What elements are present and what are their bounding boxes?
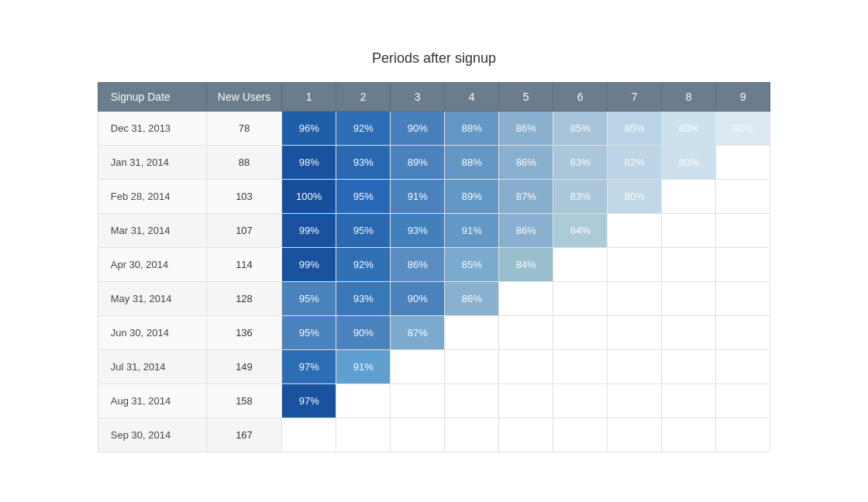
cell-period-8 <box>662 213 716 247</box>
cell-period-5 <box>499 418 553 452</box>
cell-period-6: 83% <box>553 179 608 213</box>
cell-period-9 <box>716 281 770 315</box>
cell-period-5: 87% <box>499 179 553 213</box>
cell-date: Jan 31, 2014 <box>98 145 206 179</box>
cell-period-2 <box>336 383 391 418</box>
cell-period-1: 100% <box>282 179 336 213</box>
cell-period-7 <box>608 281 662 315</box>
cell-date: Mar 31, 2014 <box>98 213 206 247</box>
header-new-users: New Users <box>206 82 281 111</box>
cell-period-7 <box>608 349 662 383</box>
cell-period-9 <box>716 145 770 179</box>
cell-date: May 31, 2014 <box>98 281 206 315</box>
cell-users: 158 <box>206 383 281 418</box>
cell-period-7: 82% <box>608 145 662 179</box>
table-row: Mar 31, 201410799%95%93%91%86%84% <box>98 213 770 247</box>
cell-period-6: 83% <box>553 145 608 179</box>
cell-period-3: 91% <box>391 179 445 213</box>
cell-users: 167 <box>206 418 281 452</box>
cell-period-9 <box>716 179 770 213</box>
cell-period-8 <box>662 349 716 383</box>
table-row: Jul 31, 201414997%91% <box>98 349 770 383</box>
cell-period-2 <box>336 418 391 452</box>
cell-period-2: 93% <box>336 145 391 179</box>
cell-period-5 <box>499 281 553 315</box>
cell-period-5: 86% <box>499 145 553 179</box>
header-period-3: 3 <box>391 82 445 111</box>
cell-period-3: 86% <box>391 247 445 281</box>
header-period-6: 6 <box>553 82 608 111</box>
cell-period-7 <box>608 383 662 418</box>
cell-period-6 <box>553 349 608 383</box>
cell-period-3 <box>391 418 445 452</box>
cell-period-3: 90% <box>391 281 445 315</box>
cell-period-6 <box>553 418 608 452</box>
cell-period-5 <box>499 349 553 383</box>
cell-date: Feb 28, 2014 <box>98 179 206 213</box>
cell-users: 114 <box>206 247 281 281</box>
table-row: Sep 30, 2014167 <box>98 418 770 452</box>
cell-period-9 <box>716 247 770 281</box>
header-signup-date: Signup Date <box>98 82 206 111</box>
cell-date: Jun 30, 2014 <box>98 315 206 349</box>
cell-period-1: 95% <box>282 281 336 315</box>
cell-period-6 <box>553 247 608 281</box>
cell-period-2: 93% <box>336 281 391 315</box>
cell-period-1: 97% <box>282 349 336 383</box>
cell-period-7 <box>608 247 662 281</box>
cell-period-3: 90% <box>391 111 445 145</box>
cell-date: Jul 31, 2014 <box>98 349 206 383</box>
cell-period-1 <box>282 418 336 452</box>
cell-period-4 <box>445 315 499 349</box>
cell-users: 88 <box>206 145 281 179</box>
cell-period-8 <box>662 247 716 281</box>
cell-period-3: 87% <box>391 315 445 349</box>
cell-users: 103 <box>206 179 281 213</box>
cell-period-7: 85% <box>608 111 662 145</box>
cell-date: Sep 30, 2014 <box>98 418 206 452</box>
header-period-2: 2 <box>336 82 391 111</box>
cell-period-1: 98% <box>282 145 336 179</box>
cell-period-1: 97% <box>282 383 336 418</box>
cell-period-9 <box>716 315 770 349</box>
cell-period-3 <box>391 383 445 418</box>
cell-period-8 <box>662 418 716 452</box>
cell-users: 149 <box>206 349 281 383</box>
header-period-8: 8 <box>662 82 716 111</box>
cell-date: Apr 30, 2014 <box>98 247 206 281</box>
cell-period-2: 95% <box>336 179 391 213</box>
cell-date: Aug 31, 2014 <box>98 383 206 418</box>
cell-period-1: 95% <box>282 315 336 349</box>
cell-period-1: 99% <box>282 247 336 281</box>
table-row: Jun 30, 201413695%90%87% <box>98 315 770 349</box>
cell-period-4: 88% <box>445 111 499 145</box>
cell-period-3 <box>391 349 445 383</box>
table-row: May 31, 201412895%93%90%86% <box>98 281 770 315</box>
cell-period-6 <box>553 315 608 349</box>
cell-period-6: 84% <box>553 213 608 247</box>
cell-period-5: 86% <box>499 213 553 247</box>
table-row: Aug 31, 201415897% <box>98 383 770 418</box>
cell-users: 128 <box>206 281 281 315</box>
header-row: Signup Date New Users 123456789 <box>98 82 770 111</box>
cell-period-4 <box>445 418 499 452</box>
main-container: Periods after signup Signup Date New Use… <box>82 35 786 468</box>
chart-title: Periods after signup <box>372 50 496 67</box>
cell-period-9 <box>716 383 770 418</box>
cell-period-2: 91% <box>336 349 391 383</box>
cell-period-4: 91% <box>445 213 499 247</box>
table-row: Feb 28, 2014103100%95%91%89%87%83%80% <box>98 179 770 213</box>
cell-period-8 <box>662 383 716 418</box>
cell-period-6 <box>553 281 608 315</box>
cell-period-9 <box>716 349 770 383</box>
table-row: Apr 30, 201411499%92%86%85%84% <box>98 247 770 281</box>
header-period-4: 4 <box>445 82 499 111</box>
cell-period-1: 96% <box>282 111 336 145</box>
cell-period-5: 84% <box>499 247 553 281</box>
table-row: Jan 31, 20148898%93%89%88%86%83%82%80% <box>98 145 770 179</box>
table-row: Dec 31, 20137896%92%90%88%86%85%85%83%82… <box>98 111 770 145</box>
cell-period-4: 88% <box>445 145 499 179</box>
cell-users: 136 <box>206 315 281 349</box>
header-period-5: 5 <box>499 82 553 111</box>
cell-period-4: 85% <box>445 247 499 281</box>
